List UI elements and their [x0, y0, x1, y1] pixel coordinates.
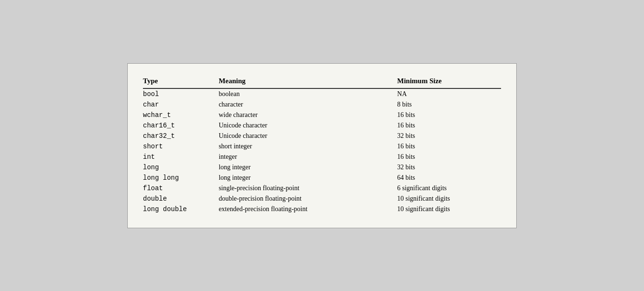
- cell-meaning: integer: [218, 152, 397, 162]
- cell-size: 10 significant digits: [397, 204, 501, 214]
- cell-size: 16 bits: [397, 110, 501, 120]
- cell-type: char32_t: [143, 131, 218, 141]
- cell-size: 16 bits: [397, 120, 501, 131]
- cell-size: NA: [397, 88, 501, 99]
- cell-type: double: [143, 194, 218, 204]
- cell-meaning: long integer: [218, 162, 397, 173]
- table-row: boolbooleanNA: [143, 88, 501, 99]
- data-types-table: Type Meaning Minimum Size boolbooleanNAc…: [143, 75, 501, 214]
- cell-type: wchar_t: [143, 110, 218, 120]
- cell-meaning: short integer: [218, 141, 397, 152]
- cell-size: 6 significant digits: [397, 183, 501, 194]
- cell-size: 10 significant digits: [397, 194, 501, 204]
- table-row: doubledouble-precision floating-point10 …: [143, 194, 501, 204]
- table-row: char32_tUnicode character32 bits: [143, 131, 501, 141]
- cell-meaning: boolean: [218, 88, 397, 99]
- cell-meaning: double-precision floating-point: [218, 194, 397, 204]
- cell-meaning: Unicode character: [218, 120, 397, 131]
- table-row: long doubleextended-precision floating-p…: [143, 204, 501, 214]
- cell-type: bool: [143, 88, 218, 99]
- table-row: wchar_twide character16 bits: [143, 110, 501, 120]
- cell-size: 16 bits: [397, 152, 501, 162]
- table-row: long longlong integer64 bits: [143, 173, 501, 183]
- cell-size: 64 bits: [397, 173, 501, 183]
- table-row: char16_tUnicode character16 bits: [143, 120, 501, 131]
- cell-type: long long: [143, 173, 218, 183]
- cell-size: 8 bits: [397, 99, 501, 110]
- cell-meaning: single-precision floating-point: [218, 183, 397, 194]
- cell-type: float: [143, 183, 218, 194]
- cell-size: 32 bits: [397, 162, 501, 173]
- header-meaning: Meaning: [218, 75, 397, 88]
- data-types-table-container: Type Meaning Minimum Size boolbooleanNAc…: [127, 63, 517, 228]
- cell-meaning: long integer: [218, 173, 397, 183]
- cell-type: long double: [143, 204, 218, 214]
- header-type: Type: [143, 75, 218, 88]
- table-row: shortshort integer16 bits: [143, 141, 501, 152]
- cell-meaning: character: [218, 99, 397, 110]
- cell-type: char16_t: [143, 120, 218, 131]
- table-row: floatsingle-precision floating-point6 si…: [143, 183, 501, 194]
- table-body: boolbooleanNAcharcharacter8 bitswchar_tw…: [143, 88, 501, 214]
- cell-type: char: [143, 99, 218, 110]
- table-row: charcharacter8 bits: [143, 99, 501, 110]
- cell-type: long: [143, 162, 218, 173]
- cell-meaning: wide character: [218, 110, 397, 120]
- cell-size: 32 bits: [397, 131, 501, 141]
- table-header-row: Type Meaning Minimum Size: [143, 75, 501, 88]
- cell-meaning: extended-precision floating-point: [218, 204, 397, 214]
- cell-meaning: Unicode character: [218, 131, 397, 141]
- cell-type: short: [143, 141, 218, 152]
- table-row: intinteger16 bits: [143, 152, 501, 162]
- cell-size: 16 bits: [397, 141, 501, 152]
- table-row: longlong integer32 bits: [143, 162, 501, 173]
- cell-type: int: [143, 152, 218, 162]
- header-size: Minimum Size: [397, 75, 501, 88]
